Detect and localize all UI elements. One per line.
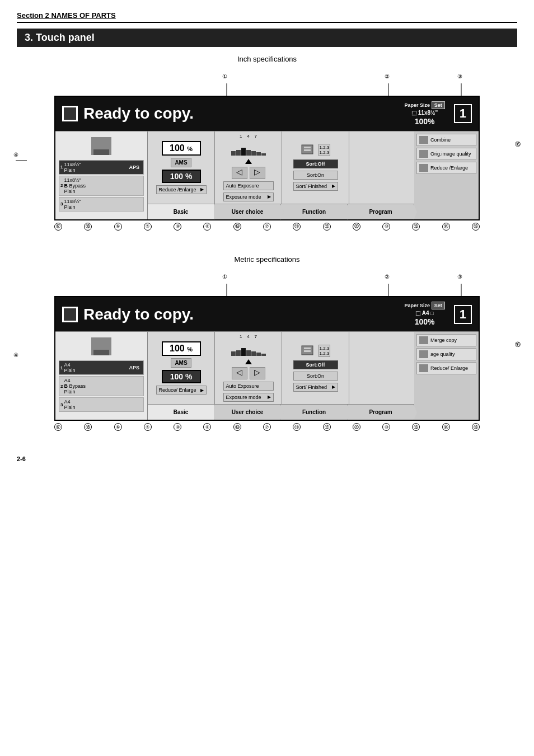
metric-tray-1[interactable]: 1 A4Plain APS (59, 360, 144, 375)
inch-panel-content: 1 11x8½"Plain APS 2 11x8½"B BypassPlain … (55, 131, 479, 219)
metric-sort-icon: 1.2.31.2.3 (301, 345, 331, 357)
svg-rect-6 (304, 147, 311, 148)
inch-exposure-btns: ◁ ▷ (232, 167, 265, 179)
metric-tray-2[interactable]: 2 A4B BypassPlain (59, 376, 144, 396)
inch-tab-basic[interactable]: Basic (148, 204, 214, 219)
inch-zoom-display: 100 % (162, 141, 201, 156)
page-number: 2-6 (17, 456, 517, 462)
metric-ams-label[interactable]: AMS (171, 358, 191, 368)
svg-marker-11 (245, 359, 252, 364)
inch-sort-finished-btn[interactable]: Sort/ Finished ▶ (293, 182, 338, 191)
inch-tab-program[interactable]: Program (348, 204, 414, 219)
metric-exp-scale: 1 4 7 (240, 334, 257, 339)
inch-combine-btn[interactable]: Combine (416, 134, 476, 146)
metric-ready-right: Paper Size Set ⬚ A4 □ 100% (404, 302, 444, 327)
metric-panel-box: Ready to copy. Paper Size Set ⬚ A4 □ 100… (54, 296, 480, 421)
aps-btn-metric[interactable]: APS (126, 364, 142, 372)
metric-sort-finished-btn[interactable]: Sort/ Finished ▶ (293, 383, 338, 392)
inch-auto-exposure-btn[interactable]: Auto Exposure (223, 181, 274, 190)
inch-reduce-enlarge-btn[interactable]: Reduce /Enlarge ▶ (156, 185, 207, 194)
inch-set-btn[interactable]: Set (432, 101, 445, 109)
panel-title: 3. Touch panel (17, 29, 517, 47)
metric-exposure-section: 1 4 7 (215, 332, 282, 404)
inch-orig-image-btn[interactable]: Orig.image quality (416, 148, 476, 160)
svg-rect-7 (304, 149, 311, 151)
metric-paper-size-label: Paper Size (404, 303, 430, 308)
inch-paper-val: ⬚ 11x8½" (404, 109, 444, 116)
inch-ready-bar: Ready to copy. Paper Size Set ⬚ 11x8½" 1… (55, 97, 479, 131)
inch-mid-sections: 100 % AMS 100 % Reduce /Enlarge ▶ (148, 132, 414, 219)
metric-copier-icon-area (58, 334, 145, 359)
inch-ready-right: Paper Size Set ⬚ 11x8½" 100% (404, 101, 444, 126)
metric-page-count: 1 (454, 305, 472, 324)
inch-pct: 100% (404, 116, 444, 126)
callout-4-inch: ④ (13, 152, 18, 158)
metric-exposure-btns: ◁ ▷ (232, 367, 265, 379)
inch-exp-scale: 1 4 7 (240, 134, 257, 139)
metric-tab-user[interactable]: User choice (214, 405, 281, 420)
section-title: Section 2 NAMES OF PARTS (17, 11, 517, 23)
inch-spec-label: Inch specifications (17, 55, 517, 63)
inch-tab-user[interactable]: User choice (214, 204, 281, 219)
combine-icon (419, 136, 428, 144)
metric-tray-list: 1 A4Plain APS 2 A4B BypassPlain 3 A4Plai… (58, 359, 145, 414)
ready-icon (62, 106, 78, 121)
inch-tray-2[interactable]: 2 11x8½"B BypassPlain (59, 176, 144, 196)
metric-sort-section: 1.2.31.2.3 Sort:Off Sort:On Sort/ Finish… (282, 332, 349, 404)
inch-sort-off-btn[interactable]: Sort:Off (293, 159, 338, 168)
inch-paper-size-label: Paper Size (404, 102, 430, 108)
metric-tab-bar: Basic User choice Function Program (148, 404, 414, 420)
reduce-enlarge-icon (419, 164, 428, 172)
metric-tab-function[interactable]: Function (281, 405, 348, 420)
inch-ams-label[interactable]: AMS (171, 158, 191, 167)
inch-exp-darker-btn[interactable]: ▷ (250, 167, 265, 179)
inch-reduce-enlarge2-btn[interactable]: Reduce /Enlarge (416, 162, 476, 174)
metric-exposure-bar (231, 342, 266, 356)
inch-callouts-top: ① ② ③ (54, 73, 480, 96)
image-quality-icon (419, 350, 428, 358)
orig-image-icon (419, 150, 428, 158)
metric-reduce-enlarge-icon (419, 364, 428, 372)
metric-mid-top: 100 % AMS 100 % Reduce/ Enlarge ▶ (148, 332, 414, 404)
metric-paper-icon: ⬚ (415, 310, 420, 316)
metric-auto-exposure-btn[interactable]: Auto Exposure (223, 382, 274, 391)
metric-tab-program[interactable]: Program (348, 405, 414, 420)
metric-ready-bar: Ready to copy. Paper Size Set ⬚ A4 □ 100… (55, 297, 479, 332)
metric-paper-val: ⬚ A4 □ (404, 309, 444, 317)
metric-sort-on-btn[interactable]: Sort:On (293, 372, 338, 381)
inch-copier-icon-area (58, 134, 145, 159)
svg-marker-4 (245, 159, 252, 164)
metric-func-col: Merge copy age quality Reduce/ Enlarge (414, 332, 479, 420)
metric-reduce-enlarge-btn[interactable]: Reduce/ Enlarge ▶ (156, 386, 207, 395)
callout-16-metric: ⑯ (515, 341, 521, 349)
metric-tray-3[interactable]: 3 A4Plain (59, 397, 144, 412)
metric-exposure-mode-btn[interactable]: Exposure mode ▶ (223, 393, 274, 402)
inch-page-count: 1 (454, 104, 472, 123)
metric-sort-off-btn[interactable]: Sort:Off (293, 360, 338, 369)
metric-merge-copy-btn[interactable]: Merge copy (416, 334, 476, 346)
inch-ready-text: Ready to copy. (83, 105, 194, 123)
metric-tab-basic[interactable]: Basic (148, 405, 214, 420)
metric-image-quality-btn[interactable]: age quality (416, 348, 476, 360)
inch-tray-1[interactable]: 1 11x8½"Plain APS (59, 160, 144, 175)
inch-func-col: Combine Orig.image quality Reduce /Enlar… (414, 132, 479, 219)
metric-tray-col: 1 A4Plain APS 2 A4B BypassPlain 3 A4Plai… (55, 332, 148, 420)
inch-exposure-mode-btn[interactable]: Exposure mode ▶ (223, 192, 274, 201)
inch-tab-function[interactable]: Function (281, 204, 348, 219)
inch-tray-list: 1 11x8½"Plain APS 2 11x8½"B BypassPlain … (58, 159, 145, 214)
metric-exp-lighter-btn[interactable]: ◁ (232, 367, 247, 379)
metric-mid-sections: 100 % AMS 100 % Reduce/ Enlarge ▶ (148, 332, 414, 420)
inch-tray-3[interactable]: 3 11x8½"Plain (59, 197, 144, 212)
callout-4-metric: ④ (13, 352, 18, 358)
metric-diagram: ① ② ③ ④ ⑯ Ready to copy. Paper Size (24, 274, 510, 434)
metric-panel-content: 1 A4Plain APS 2 A4B BypassPlain 3 A4Plai… (55, 331, 479, 420)
metric-set-btn[interactable]: Set (432, 302, 445, 309)
inch-bottom-callouts: ⑰ ⑱ ⑥ ⑤ ⑨ ⑧ ⑲ ⑦ ⑪ ⑫ ⑳ ⑩ ⑬ ⑭ ⑮ (54, 220, 480, 233)
inch-sort-on-btn[interactable]: Sort:On (293, 171, 338, 180)
aps-btn-inch[interactable]: APS (126, 163, 142, 171)
metric-reduce-enlarge2-btn[interactable]: Reduce/ Enlarge (416, 362, 476, 374)
metric-exp-darker-btn[interactable]: ▷ (250, 367, 265, 379)
inch-zoom-section: 100 % AMS 100 % Reduce /Enlarge ▶ (148, 132, 215, 204)
inch-exposure-bar (231, 142, 266, 156)
inch-exp-lighter-btn[interactable]: ◁ (232, 167, 247, 179)
